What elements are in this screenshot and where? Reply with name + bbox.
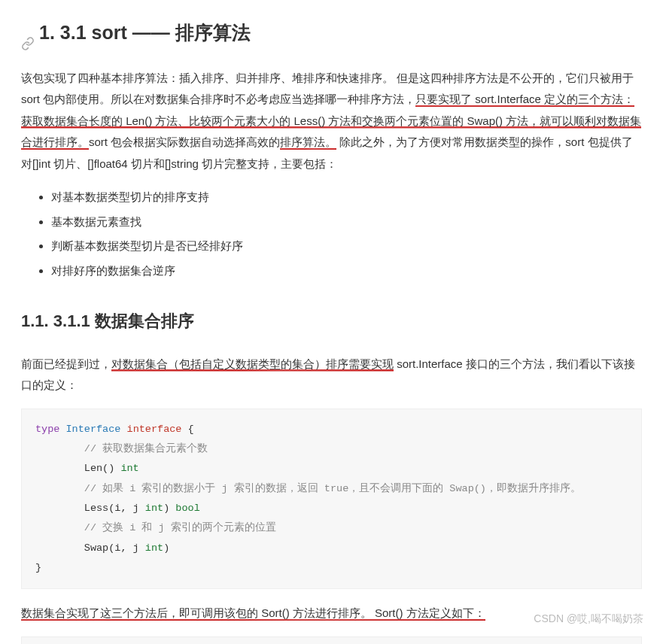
section-heading-1: 1. 3.1 sort —— 排序算法 <box>21 15 642 51</box>
kw-interface: interface <box>127 424 182 435</box>
paragraph-2: 前面已经提到过，对数据集合（包括自定义数据类型的集合）排序需要实现 sort.I… <box>21 354 642 396</box>
code-block-interface: type Interface interface { // 获取数据集合元素个数… <box>21 409 642 590</box>
para2-seg1: 前面已经提到过， <box>21 357 111 370</box>
list-item: 对基本数据类型切片的排序支持 <box>51 187 642 208</box>
code-comment: // 如果 i 索引的数据小于 j 索引的数据，返回 true，且不会调用下面的… <box>35 483 581 494</box>
kw-int: int <box>145 542 163 554</box>
method-len: Len() <box>35 463 120 474</box>
section-heading-2: 1.1. 3.1.1 数据集合排序 <box>21 305 642 337</box>
brace: } <box>35 562 41 573</box>
anchor-link-icon[interactable] <box>21 26 35 40</box>
para2-underline-1: 对数据集合（包括自定义数据类型的集合）排序需要实现 <box>111 357 394 372</box>
kw-type: type <box>35 424 59 435</box>
kw-int: int <box>145 503 163 514</box>
paren: ) <box>163 503 175 514</box>
list-item: 对排好序的数据集合逆序 <box>51 260 642 282</box>
code-block-sort: func Sort(data Interface) <box>21 636 642 644</box>
kw-name: Interface <box>59 424 126 435</box>
kw-int: int <box>120 463 138 474</box>
para3-underline-1: 数据集合实现了这三个方法后，即可调用该包的 Sort() 方法进行排序。 Sor… <box>21 606 485 621</box>
brace: { <box>181 424 193 435</box>
heading-2-text: 1.1. 3.1.1 数据集合排序 <box>21 311 194 330</box>
intro-underline-2: 排序算法。 <box>280 135 336 150</box>
paren: ) <box>163 542 169 554</box>
code-comment: // 获取数据集合元素个数 <box>35 443 208 454</box>
feature-list: 对基本数据类型切片的排序支持 基本数据元素查找 判断基本数据类型切片是否已经排好… <box>21 187 642 281</box>
heading-1-text: 1. 3.1 sort —— 排序算法 <box>39 15 251 51</box>
intro-paragraph: 该包实现了四种基本排序算法：插入排序、归并排序、堆排序和快速排序。 但是这四种排… <box>21 68 642 175</box>
intro-seg2: sort 包会根据实际数据自动选择高效的 <box>89 135 280 148</box>
code-comment: // 交换 i 和 j 索引的两个元素的位置 <box>35 522 276 533</box>
kw-bool: bool <box>175 503 199 514</box>
list-item: 判断基本数据类型切片是否已经排好序 <box>51 235 642 257</box>
list-item: 基本数据元素查找 <box>51 211 642 233</box>
method-swap: Swap(i, j <box>35 542 145 554</box>
method-less: Less(i, j <box>35 503 145 514</box>
paragraph-3: 数据集合实现了这三个方法后，即可调用该包的 Sort() 方法进行排序。 Sor… <box>21 603 642 624</box>
